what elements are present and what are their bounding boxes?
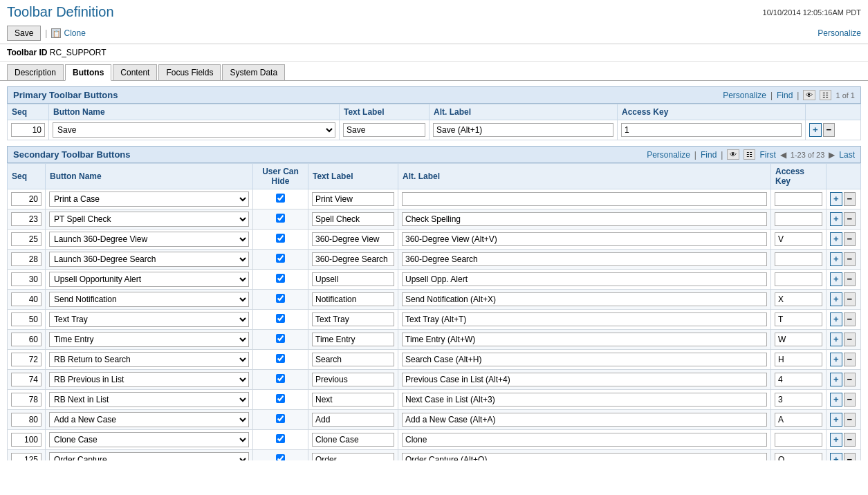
secondary-seq-input[interactable] <box>11 292 41 306</box>
secondary-seq-input[interactable] <box>11 272 41 286</box>
secondary-personalize-link[interactable]: Personalize <box>647 150 690 160</box>
secondary-seq-input[interactable] <box>11 312 41 326</box>
secondary-remove-row-button[interactable]: − <box>844 393 856 407</box>
user-can-hide-checkbox[interactable] <box>276 214 285 223</box>
secondary-text-label-input[interactable] <box>312 252 394 266</box>
secondary-add-row-button[interactable]: + <box>830 252 842 266</box>
secondary-remove-row-button[interactable]: − <box>844 292 856 306</box>
tab-description[interactable]: Description <box>7 64 64 80</box>
secondary-seq-input[interactable] <box>11 192 41 206</box>
primary-text-label-input[interactable] <box>343 123 425 137</box>
user-can-hide-checkbox[interactable] <box>276 314 285 323</box>
secondary-button-name-select[interactable]: RB Return to Search <box>49 352 249 367</box>
secondary-button-name-select[interactable]: Upsell Opportunity Alert <box>49 272 249 287</box>
secondary-add-row-button[interactable]: + <box>830 373 842 386</box>
secondary-alt-label-input[interactable] <box>402 292 767 306</box>
secondary-alt-label-input[interactable] <box>402 212 767 226</box>
secondary-text-label-input[interactable] <box>312 312 394 326</box>
secondary-button-name-select[interactable]: RB Next in List <box>49 392 249 407</box>
tab-content[interactable]: Content <box>113 64 157 80</box>
secondary-text-label-input[interactable] <box>312 453 394 460</box>
secondary-remove-row-button[interactable]: − <box>844 312 856 326</box>
personalize-top-button[interactable]: Personalize <box>818 28 861 38</box>
secondary-access-key-input[interactable] <box>775 252 822 266</box>
secondary-alt-label-input[interactable] <box>402 433 767 447</box>
secondary-access-key-input[interactable] <box>775 192 822 206</box>
secondary-seq-input[interactable] <box>11 413 41 427</box>
secondary-text-label-input[interactable] <box>312 272 394 286</box>
secondary-remove-row-button[interactable]: − <box>844 272 856 286</box>
user-can-hide-checkbox[interactable] <box>276 194 285 203</box>
user-can-hide-checkbox[interactable] <box>276 354 285 363</box>
secondary-button-name-select[interactable]: Send Notification <box>49 292 249 307</box>
secondary-remove-row-button[interactable]: − <box>844 413 856 427</box>
secondary-button-name-select[interactable]: Launch 360-Degree Search <box>49 252 249 267</box>
primary-alt-label-input[interactable] <box>433 123 613 137</box>
clone-button[interactable]: 📋 Clone <box>51 28 85 38</box>
secondary-add-row-button[interactable]: + <box>830 312 842 326</box>
secondary-seq-input[interactable] <box>11 232 41 246</box>
secondary-remove-row-button[interactable]: − <box>844 373 856 386</box>
secondary-add-row-button[interactable]: + <box>830 353 842 366</box>
secondary-button-name-select[interactable]: Print a Case <box>49 192 249 207</box>
primary-remove-row-button[interactable]: − <box>823 123 835 137</box>
secondary-add-row-button[interactable]: + <box>830 333 842 346</box>
user-can-hide-checkbox[interactable] <box>276 234 285 243</box>
secondary-find-link[interactable]: Find <box>701 150 717 160</box>
tab-buttons[interactable]: Buttons <box>65 64 111 81</box>
secondary-text-label-input[interactable] <box>312 373 394 386</box>
secondary-remove-row-button[interactable]: − <box>844 232 856 246</box>
secondary-text-label-input[interactable] <box>312 192 394 206</box>
secondary-add-row-button[interactable]: + <box>830 272 842 286</box>
secondary-add-row-button[interactable]: + <box>830 413 842 427</box>
secondary-access-key-input[interactable] <box>775 373 822 386</box>
secondary-alt-label-input[interactable] <box>402 453 767 460</box>
secondary-view-icon-btn[interactable]: 👁 <box>727 149 739 160</box>
secondary-text-label-input[interactable] <box>312 333 394 346</box>
secondary-add-row-button[interactable]: + <box>830 433 842 447</box>
secondary-access-key-input[interactable] <box>775 413 822 427</box>
tab-focus-fields[interactable]: Focus Fields <box>158 64 221 80</box>
secondary-remove-row-button[interactable]: − <box>844 252 856 266</box>
secondary-button-name-select[interactable]: Order Capture <box>49 452 249 460</box>
secondary-access-key-input[interactable] <box>775 312 822 326</box>
secondary-seq-input[interactable] <box>11 252 41 266</box>
tab-system-data[interactable]: System Data <box>222 64 285 80</box>
secondary-add-row-button[interactable]: + <box>830 453 842 460</box>
secondary-text-label-input[interactable] <box>312 413 394 427</box>
secondary-remove-row-button[interactable]: − <box>844 212 856 226</box>
primary-view-icon-btn[interactable]: 👁 <box>803 90 815 100</box>
secondary-access-key-input[interactable] <box>775 212 822 226</box>
user-can-hide-checkbox[interactable] <box>276 374 285 383</box>
secondary-add-row-button[interactable]: + <box>830 292 842 306</box>
secondary-access-key-input[interactable] <box>775 232 822 246</box>
secondary-access-key-input[interactable] <box>775 272 822 286</box>
secondary-remove-row-button[interactable]: − <box>844 333 856 346</box>
secondary-button-name-select[interactable]: Clone Case <box>49 432 249 447</box>
secondary-access-key-input[interactable] <box>775 453 822 460</box>
primary-personalize-link[interactable]: Personalize <box>723 91 766 100</box>
secondary-alt-label-input[interactable] <box>402 312 767 326</box>
secondary-alt-label-input[interactable] <box>402 272 767 286</box>
secondary-text-label-input[interactable] <box>312 292 394 306</box>
secondary-add-row-button[interactable]: + <box>830 232 842 246</box>
secondary-seq-input[interactable] <box>11 393 41 407</box>
secondary-access-key-input[interactable] <box>775 433 822 447</box>
secondary-seq-input[interactable] <box>11 333 41 346</box>
secondary-add-row-button[interactable]: + <box>830 212 842 226</box>
primary-access-key-input[interactable] <box>621 123 802 137</box>
secondary-text-label-input[interactable] <box>312 353 394 366</box>
secondary-remove-row-button[interactable]: − <box>844 353 856 366</box>
secondary-access-key-input[interactable] <box>775 292 822 306</box>
secondary-text-label-input[interactable] <box>312 393 394 407</box>
secondary-grid-icon-btn[interactable]: ☷ <box>744 149 755 160</box>
secondary-button-name-select[interactable]: Text Tray <box>49 312 249 327</box>
secondary-text-label-input[interactable] <box>312 212 394 226</box>
secondary-access-key-input[interactable] <box>775 393 822 407</box>
secondary-alt-label-input[interactable] <box>402 413 767 427</box>
user-can-hide-checkbox[interactable] <box>276 254 285 263</box>
secondary-alt-label-input[interactable] <box>402 393 767 407</box>
secondary-alt-label-input[interactable] <box>402 353 767 366</box>
primary-find-link[interactable]: Find <box>777 91 793 100</box>
primary-seq-input[interactable] <box>11 123 45 137</box>
